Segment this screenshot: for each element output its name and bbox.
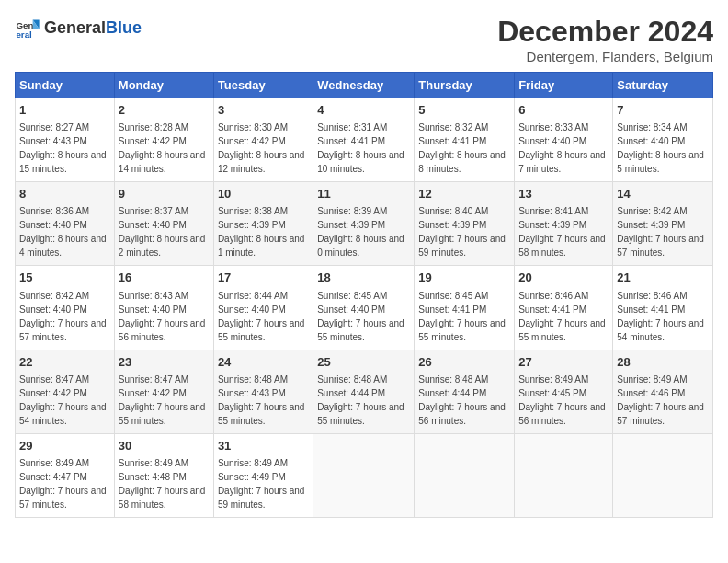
day-number: 24 [218,354,309,371]
calendar-cell: 18Sunrise: 8:45 AMSunset: 4:40 PMDayligh… [313,266,415,350]
calendar-cell: 28Sunrise: 8:49 AMSunset: 4:46 PMDayligh… [613,350,713,433]
header-thursday: Thursday [415,73,515,98]
day-number: 17 [218,270,309,286]
day-info: Sunrise: 8:49 AMSunset: 4:46 PMDaylight:… [617,373,709,428]
day-number: 23 [119,354,210,371]
day-number: 13 [518,186,609,202]
day-number: 12 [418,186,510,202]
week-row-4: 22Sunrise: 8:47 AMSunset: 4:42 PMDayligh… [16,350,713,433]
day-info: Sunrise: 8:49 AMSunset: 4:47 PMDaylight:… [19,456,110,511]
day-info: Sunrise: 8:47 AMSunset: 4:42 PMDaylight:… [19,373,110,428]
calendar-cell: 2Sunrise: 8:28 AMSunset: 4:42 PMDaylight… [114,98,213,182]
day-number: 27 [518,354,609,371]
svg-text:eral: eral [16,29,32,40]
day-info: Sunrise: 8:32 AMSunset: 4:41 PMDaylight:… [418,121,510,176]
day-info: Sunrise: 8:48 AMSunset: 4:43 PMDaylight:… [218,373,309,428]
calendar-cell [313,433,415,517]
day-info: Sunrise: 8:28 AMSunset: 4:42 PMDaylight:… [119,121,210,176]
calendar-table: SundayMondayTuesdayWednesdayThursdayFrid… [15,72,713,518]
day-info: Sunrise: 8:34 AMSunset: 4:40 PMDaylight:… [617,121,709,176]
day-info: Sunrise: 8:44 AMSunset: 4:40 PMDaylight:… [218,289,309,344]
calendar-cell: 3Sunrise: 8:30 AMSunset: 4:42 PMDaylight… [213,98,313,182]
page-header: Gen eral GeneralBlue December 2024 Dente… [15,15,713,64]
calendar-cell: 15Sunrise: 8:42 AMSunset: 4:40 PMDayligh… [16,266,115,350]
main-title: December 2024 [497,15,713,49]
day-info: Sunrise: 8:45 AMSunset: 4:40 PMDaylight:… [317,289,410,344]
calendar-cell: 24Sunrise: 8:48 AMSunset: 4:43 PMDayligh… [213,350,313,433]
day-info: Sunrise: 8:46 AMSunset: 4:41 PMDaylight:… [617,289,709,344]
calendar-cell: 29Sunrise: 8:49 AMSunset: 4:47 PMDayligh… [16,433,115,517]
day-number: 9 [119,186,210,202]
logo-icon: Gen eral [15,15,40,40]
week-row-1: 1Sunrise: 8:27 AMSunset: 4:43 PMDaylight… [16,98,713,182]
calendar-cell: 20Sunrise: 8:46 AMSunset: 4:41 PMDayligh… [515,266,613,350]
calendar-cell: 12Sunrise: 8:40 AMSunset: 4:39 PMDayligh… [415,182,515,266]
day-info: Sunrise: 8:49 AMSunset: 4:48 PMDaylight:… [119,456,210,511]
day-number: 4 [317,102,410,119]
day-info: Sunrise: 8:38 AMSunset: 4:39 PMDaylight:… [218,204,309,259]
day-number: 8 [19,186,110,202]
calendar-cell: 7Sunrise: 8:34 AMSunset: 4:40 PMDaylight… [613,98,713,182]
day-number: 16 [119,270,210,286]
calendar-cell: 27Sunrise: 8:49 AMSunset: 4:45 PMDayligh… [515,350,613,433]
calendar-cell: 16Sunrise: 8:43 AMSunset: 4:40 PMDayligh… [114,266,213,350]
day-info: Sunrise: 8:49 AMSunset: 4:45 PMDaylight:… [518,373,609,428]
day-number: 22 [19,354,110,371]
day-number: 29 [19,438,110,454]
day-number: 7 [617,102,709,119]
header-friday: Friday [515,73,613,98]
logo-text-general: General [44,18,106,37]
day-info: Sunrise: 8:39 AMSunset: 4:39 PMDaylight:… [317,204,410,259]
day-number: 5 [418,102,510,119]
calendar-cell: 13Sunrise: 8:41 AMSunset: 4:39 PMDayligh… [515,182,613,266]
day-info: Sunrise: 8:49 AMSunset: 4:49 PMDaylight:… [218,456,309,511]
day-info: Sunrise: 8:48 AMSunset: 4:44 PMDaylight:… [317,373,410,428]
calendar-cell: 23Sunrise: 8:47 AMSunset: 4:42 PMDayligh… [114,350,213,433]
calendar-cell: 17Sunrise: 8:44 AMSunset: 4:40 PMDayligh… [213,266,313,350]
header-wednesday: Wednesday [313,73,415,98]
calendar-cell [415,433,515,517]
day-number: 10 [218,186,309,202]
title-area: December 2024 Dentergem, Flanders, Belgi… [497,15,713,64]
header-saturday: Saturday [613,73,713,98]
header-monday: Monday [114,73,213,98]
day-number: 30 [119,438,210,454]
day-info: Sunrise: 8:41 AMSunset: 4:39 PMDaylight:… [518,204,609,259]
day-number: 31 [218,438,309,454]
day-info: Sunrise: 8:42 AMSunset: 4:40 PMDaylight:… [19,289,110,344]
day-number: 18 [317,270,410,286]
subtitle: Dentergem, Flanders, Belgium [497,49,713,64]
day-number: 1 [19,102,110,119]
calendar-cell [613,433,713,517]
calendar-cell: 8Sunrise: 8:36 AMSunset: 4:40 PMDaylight… [16,182,115,266]
calendar-cell: 1Sunrise: 8:27 AMSunset: 4:43 PMDaylight… [16,98,115,182]
calendar-cell: 6Sunrise: 8:33 AMSunset: 4:40 PMDaylight… [515,98,613,182]
day-number: 28 [617,354,709,371]
day-info: Sunrise: 8:42 AMSunset: 4:39 PMDaylight:… [617,204,709,259]
header-tuesday: Tuesday [213,73,313,98]
calendar-cell: 9Sunrise: 8:37 AMSunset: 4:40 PMDaylight… [114,182,213,266]
day-info: Sunrise: 8:45 AMSunset: 4:41 PMDaylight:… [418,289,510,344]
day-info: Sunrise: 8:43 AMSunset: 4:40 PMDaylight:… [119,289,210,344]
day-info: Sunrise: 8:36 AMSunset: 4:40 PMDaylight:… [19,204,110,259]
day-info: Sunrise: 8:30 AMSunset: 4:42 PMDaylight:… [218,121,309,176]
day-info: Sunrise: 8:47 AMSunset: 4:42 PMDaylight:… [119,373,210,428]
logo-text-blue: Blue [106,18,142,37]
calendar-cell: 30Sunrise: 8:49 AMSunset: 4:48 PMDayligh… [114,433,213,517]
calendar-cell: 5Sunrise: 8:32 AMSunset: 4:41 PMDaylight… [415,98,515,182]
day-info: Sunrise: 8:27 AMSunset: 4:43 PMDaylight:… [19,121,110,176]
header-sunday: Sunday [16,73,115,98]
day-info: Sunrise: 8:40 AMSunset: 4:39 PMDaylight:… [418,204,510,259]
calendar-cell: 11Sunrise: 8:39 AMSunset: 4:39 PMDayligh… [313,182,415,266]
calendar-cell: 22Sunrise: 8:47 AMSunset: 4:42 PMDayligh… [16,350,115,433]
day-info: Sunrise: 8:48 AMSunset: 4:44 PMDaylight:… [418,373,510,428]
calendar-cell: 4Sunrise: 8:31 AMSunset: 4:41 PMDaylight… [313,98,415,182]
day-number: 20 [518,270,609,286]
day-number: 19 [418,270,510,286]
calendar-cell: 14Sunrise: 8:42 AMSunset: 4:39 PMDayligh… [613,182,713,266]
day-info: Sunrise: 8:37 AMSunset: 4:40 PMDaylight:… [119,204,210,259]
day-number: 14 [617,186,709,202]
calendar-cell: 21Sunrise: 8:46 AMSunset: 4:41 PMDayligh… [613,266,713,350]
day-number: 25 [317,354,410,371]
day-info: Sunrise: 8:33 AMSunset: 4:40 PMDaylight:… [518,121,609,176]
